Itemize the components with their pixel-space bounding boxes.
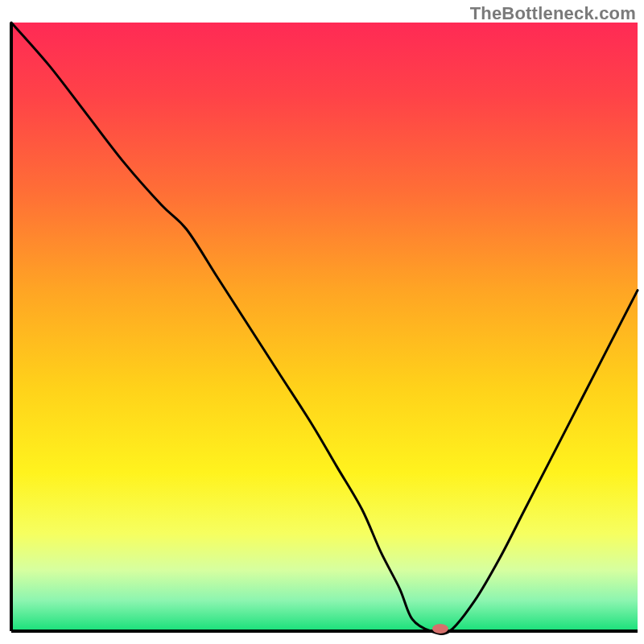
optimal-marker xyxy=(432,624,448,634)
chart-container: TheBottleneck.com xyxy=(0,0,644,644)
gradient-background xyxy=(11,23,638,631)
bottleneck-chart xyxy=(0,0,644,644)
